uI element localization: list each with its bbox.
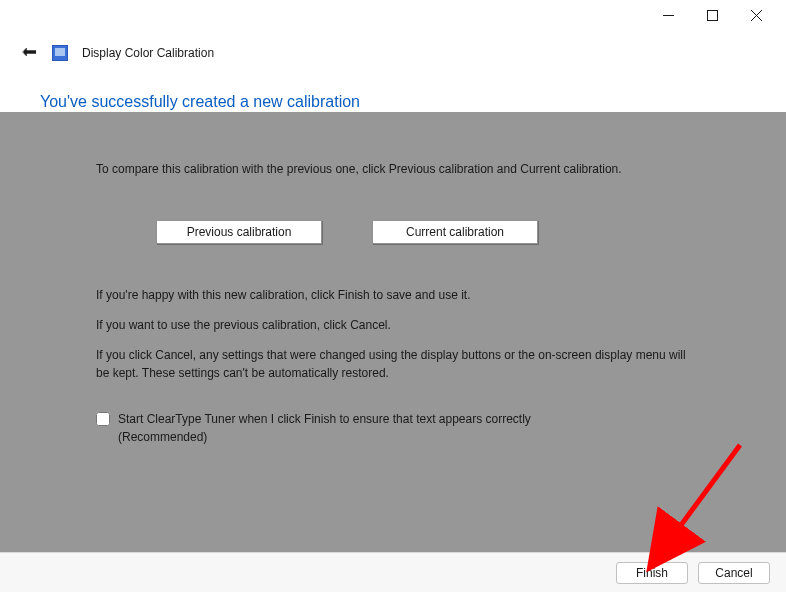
page-title: You've successfully created a new calibr…	[40, 93, 766, 111]
minimize-button[interactable]	[646, 4, 690, 26]
info-line-2: If you want to use the previous calibrat…	[96, 316, 690, 334]
back-arrow-icon[interactable]: 🠨	[20, 42, 38, 63]
cleartype-label: Start ClearType Tuner when I click Finis…	[118, 410, 548, 446]
info-line-1: If you're happy with this new calibratio…	[96, 286, 690, 304]
close-button[interactable]	[734, 4, 778, 26]
app-title: Display Color Calibration	[82, 46, 214, 60]
content-area: To compare this calibration with the pre…	[0, 112, 786, 552]
app-icon	[52, 45, 68, 61]
current-calibration-button[interactable]: Current calibration	[372, 220, 538, 244]
footer-bar: Finish Cancel	[0, 552, 786, 592]
title-bar	[0, 0, 786, 30]
maximize-button[interactable]	[690, 4, 734, 26]
cancel-button[interactable]: Cancel	[698, 562, 770, 584]
svg-rect-1	[707, 10, 717, 20]
intro-text: To compare this calibration with the pre…	[96, 160, 690, 178]
info-block: If you're happy with this new calibratio…	[96, 286, 690, 382]
cleartype-row: Start ClearType Tuner when I click Finis…	[96, 410, 690, 446]
finish-button[interactable]: Finish	[616, 562, 688, 584]
header-area: 🠨 Display Color Calibration You've succe…	[0, 30, 786, 112]
previous-calibration-button[interactable]: Previous calibration	[156, 220, 322, 244]
cleartype-checkbox[interactable]	[96, 412, 110, 426]
compare-buttons: Previous calibration Current calibration	[156, 220, 690, 244]
info-line-3: If you click Cancel, any settings that w…	[96, 346, 690, 382]
